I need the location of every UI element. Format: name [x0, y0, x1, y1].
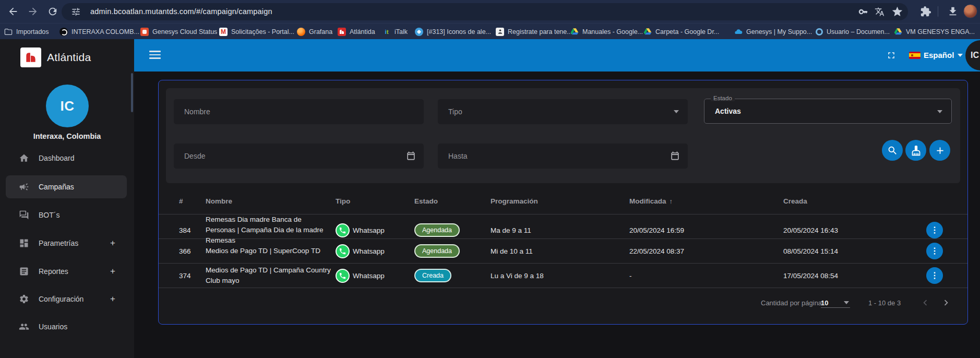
- chevron-down-icon[interactable]: [958, 54, 963, 57]
- user-avatar[interactable]: IC: [965, 40, 980, 70]
- desde-field[interactable]: [174, 144, 424, 169]
- bookmark-item[interactable]: VM GENESYS ENGA...: [894, 23, 975, 40]
- sidebar-item-configuracion[interactable]: Configuración +: [6, 288, 127, 311]
- row-actions-button[interactable]: ⋮: [926, 267, 943, 284]
- back-icon[interactable]: [7, 6, 19, 17]
- fullscreen-icon[interactable]: [886, 50, 897, 61]
- site-settings-icon[interactable]: [71, 7, 81, 17]
- bookmark-item[interactable]: Grafana: [297, 23, 332, 40]
- bookmark-item[interactable]: Importados: [4, 23, 49, 40]
- col-tipo[interactable]: Tipo: [336, 197, 414, 205]
- sidebar: Atlántida IC Interaxa, Colombia Dashboar…: [0, 39, 134, 358]
- broom-icon: [911, 145, 922, 156]
- expand-plus-icon[interactable]: +: [110, 266, 115, 277]
- chevron-down-icon[interactable]: [937, 110, 942, 113]
- sidebar-item-bots[interactable]: BOT´s: [6, 204, 127, 226]
- translate-icon[interactable]: [875, 7, 885, 17]
- col-programacion[interactable]: Programación: [491, 197, 629, 205]
- bookmark-star-icon[interactable]: [892, 7, 902, 17]
- downloads-icon[interactable]: [947, 6, 959, 17]
- row-num: 384: [179, 226, 206, 234]
- nombre-input[interactable]: [174, 99, 424, 124]
- add-campaign-button[interactable]: [929, 140, 950, 161]
- forward-icon[interactable]: [27, 6, 39, 17]
- col-num: #: [179, 197, 206, 205]
- bookmarks-bar: Importados INTERAXA COLOMB... Genesys Cl…: [0, 23, 980, 39]
- estado-field[interactable]: Estado: [704, 99, 952, 124]
- row-tipo: Whatsapp: [336, 269, 414, 283]
- col-estado[interactable]: Estado: [414, 197, 491, 205]
- filters-panel: Estado: [166, 88, 960, 183]
- chat-icon: [19, 210, 29, 220]
- bookmark-item[interactable]: Usuario – Documen...: [816, 23, 890, 40]
- bookmark-item[interactable]: [#313] Iconos de ale...: [415, 23, 491, 40]
- expand-plus-icon[interactable]: +: [110, 238, 115, 248]
- col-modificada[interactable]: Modificada↑: [629, 197, 783, 205]
- cloud-icon: [734, 28, 743, 36]
- bookmark-item[interactable]: Atlántida: [338, 23, 375, 40]
- row-actions-button[interactable]: ⋮: [926, 222, 943, 238]
- browser-profile-avatar[interactable]: [963, 4, 977, 18]
- estado-select[interactable]: [704, 99, 951, 123]
- sidebar-item-campanas[interactable]: Campañas: [6, 175, 127, 198]
- prev-page-icon[interactable]: [919, 297, 931, 308]
- menu-hamburger-icon[interactable]: [149, 51, 161, 61]
- next-page-icon[interactable]: [940, 297, 952, 308]
- reload-icon[interactable]: [47, 6, 58, 17]
- hasta-field[interactable]: [438, 144, 688, 169]
- calendar-icon[interactable]: [670, 151, 680, 161]
- sort-asc-icon[interactable]: ↑: [670, 197, 673, 205]
- hasta-input[interactable]: [438, 144, 688, 169]
- interaxa-icon: [59, 28, 68, 36]
- col-creada[interactable]: Creada: [783, 197, 926, 205]
- sidebar-item-reportes[interactable]: Reportes +: [6, 260, 127, 283]
- bookmark-item[interactable]: Genesys Cloud Status: [140, 23, 217, 40]
- chevron-down-icon[interactable]: [674, 110, 679, 113]
- campaigns-table: # Nombre Tipo Estado Programación Modifi…: [159, 188, 967, 288]
- main-content: Estado: [134, 71, 980, 358]
- url-text[interactable]: admin.bcoatlan.mutantds.com/#/campaign/c…: [90, 7, 272, 16]
- calendar-icon[interactable]: [406, 151, 416, 161]
- url-bar[interactable]: admin.bcoatlan.mutantds.com/#/campaign/c…: [62, 3, 908, 20]
- org-name: Interaxa, Colombia: [0, 132, 134, 140]
- whatsapp-icon: [336, 269, 350, 283]
- row-num: 374: [179, 272, 206, 280]
- italk-icon: it: [383, 28, 391, 36]
- bookmark-item[interactable]: MSolicitações - Portal...: [219, 23, 294, 40]
- password-key-icon[interactable]: [858, 7, 868, 17]
- table-row[interactable]: 374 Medios de Pago TD | Campaña Country …: [159, 263, 967, 288]
- spain-flag-icon: [909, 52, 921, 59]
- row-actions-button[interactable]: ⋮: [926, 243, 943, 259]
- tipo-select[interactable]: [438, 99, 688, 124]
- nombre-field[interactable]: [174, 99, 424, 124]
- search-button[interactable]: [882, 140, 903, 161]
- bookmark-item[interactable]: Registrate para tene...: [496, 23, 572, 40]
- bookmark-item[interactable]: INTERAXA COLOMB...: [59, 23, 139, 40]
- desde-input[interactable]: [174, 144, 424, 169]
- sidebar-item-parametrias[interactable]: Parametrías +: [6, 232, 127, 255]
- megaphone-icon: [19, 182, 29, 192]
- bookmark-item[interactable]: Carpeta - Google Dr...: [643, 23, 719, 40]
- row-programacion: Mi de 10 a 11: [491, 247, 629, 255]
- sidebar-item-dashboard[interactable]: Dashboard: [6, 147, 127, 170]
- tipo-field[interactable]: [438, 99, 688, 124]
- org-avatar[interactable]: IC: [46, 85, 89, 127]
- language-selector[interactable]: Español: [924, 51, 954, 59]
- bookmark-item[interactable]: itiTalk: [383, 23, 408, 40]
- expand-plus-icon[interactable]: +: [110, 294, 115, 304]
- sidebar-scrollbar[interactable]: [131, 73, 133, 112]
- sidebar-item-usuarios[interactable]: Usuarios: [6, 315, 127, 338]
- extensions-icon[interactable]: [920, 6, 931, 17]
- bookmark-item[interactable]: Manuales - Google...: [570, 23, 643, 40]
- col-nombre[interactable]: Nombre: [206, 197, 336, 205]
- table-row[interactable]: 384 Remesas Dia madre Banca de Personas …: [159, 214, 967, 238]
- chevron-down-icon: [844, 301, 849, 304]
- per-page-select[interactable]: [821, 296, 850, 308]
- folder-icon: [4, 28, 13, 36]
- row-modificada: 22/05/2024 08:37: [629, 247, 783, 255]
- row-num: 366: [179, 247, 206, 255]
- row-creada: 20/05/2024 16:43: [783, 226, 926, 234]
- clear-filters-button[interactable]: [905, 140, 926, 161]
- bookmark-item[interactable]: Genesys | My Suppo...: [734, 23, 812, 40]
- campaigns-card: Estado: [158, 80, 968, 325]
